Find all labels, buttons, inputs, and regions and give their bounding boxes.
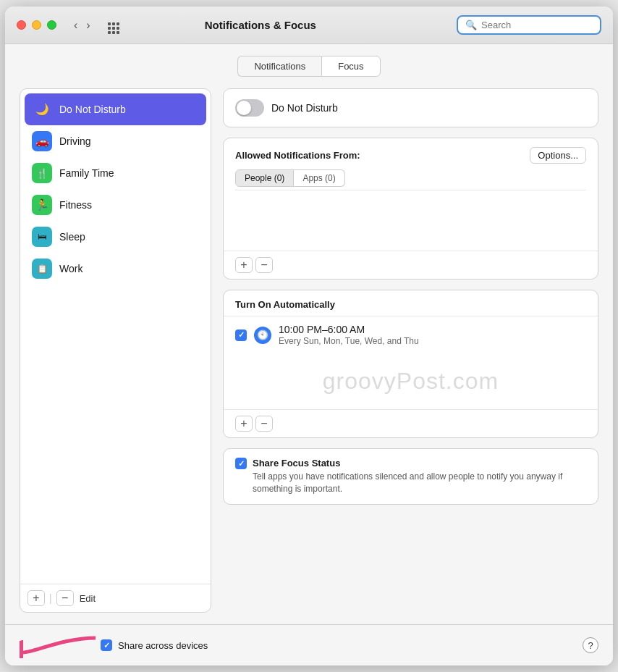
automation-header: Turn On Automatically [224, 290, 598, 316]
edit-button[interactable]: Edit [80, 593, 96, 604]
close-button[interactable] [17, 20, 26, 30]
sub-tabs: People (0) Apps (0) [224, 169, 598, 187]
remove-allowed-button[interactable]: − [255, 257, 273, 273]
allowed-header: Allowed Notifications From: Options... [224, 138, 598, 169]
content-area: 🌙 Do Not Disturb 🚗 Driving 🍴 Family Time… [20, 88, 598, 613]
share-focus-checkbox[interactable] [235, 458, 247, 469]
work-icon: 📋 [32, 259, 52, 279]
add-allowed-button[interactable]: + [235, 257, 253, 273]
share-focus-content: Share Focus Status Tell apps you have no… [224, 449, 598, 504]
automation-text: 10:00 PM–6:00 AM Every Sun, Mon, Tue, We… [279, 324, 419, 346]
fitness-icon: 🏃 [32, 195, 52, 215]
remove-automation-button[interactable]: − [255, 416, 273, 432]
share-focus-title: Share Focus Status [253, 458, 586, 469]
add-focus-button[interactable]: + [27, 590, 45, 606]
dnd-toggle[interactable] [235, 99, 264, 117]
add-automation-button[interactable]: + [235, 416, 253, 432]
right-panel: Do Not Disturb Allowed Notifications Fro… [223, 88, 598, 613]
automation-clock-icon: 🕙 [254, 327, 271, 344]
share-devices-label: Share across devices [118, 640, 208, 651]
apps-tab[interactable]: Apps (0) [294, 169, 344, 187]
pink-arrow [20, 632, 99, 658]
sidebar-item-label: Fitness [59, 199, 92, 211]
sidebar-footer: + | − Edit [20, 584, 211, 612]
dnd-icon: 🌙 [32, 99, 52, 119]
search-box[interactable]: 🔍 [457, 15, 601, 35]
bottom-bar: Share across devices ? [5, 624, 613, 665]
dnd-toggle-row: Do Not Disturb [224, 89, 598, 127]
share-focus-row: Share Focus Status Tell apps you have no… [235, 458, 586, 495]
share-devices-checkbox[interactable] [101, 639, 112, 651]
dnd-toggle-label: Do Not Disturb [271, 102, 338, 114]
share-focus-text: Share Focus Status Tell apps you have no… [253, 458, 586, 495]
toggle-knob [237, 101, 251, 115]
remove-focus-button[interactable]: − [56, 590, 74, 606]
automation-section: Turn On Automatically 🕙 10:00 PM–6:00 AM… [223, 290, 598, 438]
people-tab[interactable]: People (0) [235, 169, 294, 187]
divider: | [49, 592, 52, 604]
family-time-icon: 🍴 [32, 163, 52, 183]
sidebar-item-fitness[interactable]: 🏃 Fitness [25, 189, 206, 221]
share-focus-section: Share Focus Status Tell apps you have no… [223, 448, 598, 505]
automation-footer: + − [224, 409, 598, 437]
sidebar: 🌙 Do Not Disturb 🚗 Driving 🍴 Family Time… [20, 88, 211, 613]
titlebar: ‹ › Notifications & Focus 🔍 [5, 7, 613, 44]
tab-notifications[interactable]: Notifications [237, 56, 321, 77]
main-content: Notifications Focus 🌙 Do Not Disturb 🚗 D… [5, 44, 613, 624]
sidebar-item-do-not-disturb[interactable]: 🌙 Do Not Disturb [25, 93, 206, 125]
sidebar-item-label: Do Not Disturb [59, 104, 126, 115]
automation-days: Every Sun, Mon, Tue, Wed, and Thu [279, 336, 419, 346]
sleep-icon: 🛏 [32, 227, 52, 247]
sidebar-item-label: Work [59, 263, 82, 274]
sidebar-list: 🌙 Do Not Disturb 🚗 Driving 🍴 Family Time… [20, 89, 211, 584]
allowed-title: Allowed Notifications From: [235, 150, 360, 161]
sidebar-item-label: Family Time [59, 167, 114, 179]
automation-time-range: 10:00 PM–6:00 AM [279, 324, 419, 335]
sidebar-item-family-time[interactable]: 🍴 Family Time [25, 157, 206, 189]
help-button[interactable]: ? [583, 637, 598, 653]
window-title: Notifications & Focus [73, 19, 448, 31]
share-focus-desc: Tell apps you have notifications silence… [253, 471, 586, 495]
allowed-footer: + − [224, 251, 598, 279]
automation-checkbox[interactable] [235, 329, 247, 341]
sidebar-item-label: Driving [59, 135, 91, 147]
main-window: ‹ › Notifications & Focus 🔍 Notification… [5, 7, 613, 665]
sidebar-item-work[interactable]: 📋 Work [25, 253, 206, 285]
sidebar-item-label: Sleep [59, 231, 85, 243]
tab-focus[interactable]: Focus [321, 56, 380, 77]
traffic-lights [17, 20, 56, 30]
options-button[interactable]: Options... [530, 147, 586, 164]
tab-bar: Notifications Focus [20, 56, 598, 77]
dnd-toggle-section: Do Not Disturb [223, 88, 598, 127]
share-devices-row: Share across devices [20, 632, 208, 658]
maximize-button[interactable] [47, 20, 56, 30]
watermark: groovyPost.com [224, 353, 598, 409]
driving-icon: 🚗 [32, 131, 52, 151]
minimize-button[interactable] [32, 20, 41, 30]
sidebar-item-sleep[interactable]: 🛏 Sleep [25, 221, 206, 253]
sidebar-item-driving[interactable]: 🚗 Driving [25, 125, 206, 157]
allowed-notifications-section: Allowed Notifications From: Options... P… [223, 138, 598, 280]
allowed-list [235, 190, 586, 248]
search-icon: 🔍 [465, 20, 477, 30]
search-input[interactable] [481, 20, 593, 30]
automation-item: 🕙 10:00 PM–6:00 AM Every Sun, Mon, Tue, … [224, 316, 598, 353]
